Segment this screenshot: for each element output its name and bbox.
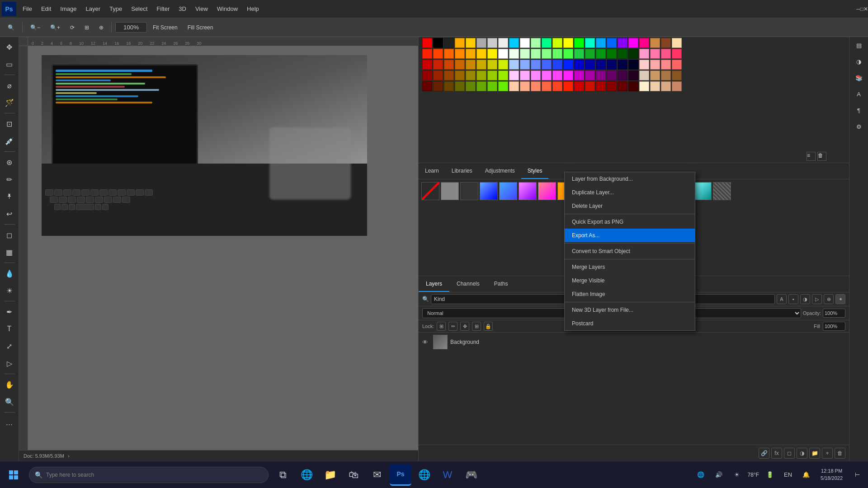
layer-new-btn[interactable]: + [822, 448, 833, 459]
swatch-b3[interactable] [444, 60, 454, 70]
taskbar-search[interactable]: 🔍 Type here to search [29, 467, 269, 483]
swatch-r12[interactable] [542, 49, 552, 59]
swatch-black[interactable] [433, 38, 443, 48]
swatch-b1[interactable] [422, 60, 432, 70]
swatch-p22[interactable] [650, 70, 660, 80]
swatch-b12[interactable] [542, 60, 552, 70]
ctx-flatten[interactable]: Flatten Image [565, 287, 695, 301]
menu-select[interactable]: Select [127, 0, 152, 18]
ctx-duplicate-layer[interactable]: Duplicate Layer... [565, 186, 695, 199]
eyedropper-tool[interactable]: 💉 [1, 133, 18, 149]
swatch-mint[interactable] [542, 38, 552, 48]
swatch-b9[interactable] [509, 60, 519, 70]
rs-para-icon[interactable]: ¶ [852, 103, 866, 117]
spot-healing-tool[interactable]: ⊛ [1, 154, 18, 170]
swatch-r14[interactable] [563, 49, 573, 59]
lock-draw-btn[interactable]: ✏ [448, 322, 458, 331]
swatch-r6[interactable] [476, 49, 486, 59]
swatch-b22[interactable] [650, 60, 660, 70]
swatch-b15[interactable] [574, 60, 584, 70]
fill-input[interactable] [823, 322, 845, 331]
swatch-purple[interactable] [618, 38, 627, 48]
swatch-b2[interactable] [433, 60, 443, 70]
swatch-lime[interactable] [552, 38, 562, 48]
zoom-tool-left[interactable]: 🔍 [1, 394, 18, 410]
layers-tab-paths[interactable]: Paths [487, 276, 515, 292]
swatch-p15[interactable] [574, 70, 584, 80]
swatch-brown[interactable] [661, 38, 671, 48]
swatch-p2[interactable] [433, 70, 443, 80]
photoshop-btn[interactable]: Ps [390, 464, 411, 486]
layers-smart-filter-icon[interactable]: ⊕ [824, 294, 834, 304]
swatch-r10[interactable] [520, 49, 530, 59]
canvas-viewport[interactable] [28, 46, 418, 461]
table-row[interactable]: 👁 Background [419, 333, 849, 352]
swatch-b20[interactable] [628, 60, 638, 70]
swatch-d10[interactable] [520, 81, 530, 91]
rotate-view-btn[interactable]: ⟳ [66, 22, 79, 33]
swatch-p19[interactable] [618, 70, 627, 80]
swatch-b16[interactable] [585, 60, 595, 70]
swatch-r8[interactable] [498, 49, 508, 59]
menu-3d[interactable]: 3D [174, 0, 191, 18]
store-btn[interactable]: 🛍 [343, 464, 364, 486]
swatch-d14[interactable] [563, 81, 573, 91]
status-arrow[interactable]: › [68, 453, 70, 459]
swatch-d8[interactable] [498, 81, 508, 91]
style-item-blue[interactable] [480, 182, 498, 200]
fill-screen-btn[interactable]: Fill Screen [184, 22, 217, 33]
swatch-p7[interactable] [487, 70, 497, 80]
swatch-b18[interactable] [607, 60, 617, 70]
show-desktop-btn[interactable]: ⊢ [850, 468, 864, 482]
swatch-p13[interactable] [552, 70, 562, 80]
layer-delete-btn[interactable]: 🗑 [835, 448, 845, 459]
lang-icon[interactable]: EN [781, 468, 795, 482]
swatch-p20[interactable] [628, 70, 638, 80]
lock-pixels-btn[interactable]: ⊞ [437, 322, 446, 331]
swatch-delete-icon[interactable]: 🗑 [817, 152, 826, 161]
zoom-out-btn[interactable]: 🔍− [26, 22, 44, 33]
swatch-blue[interactable] [607, 38, 617, 48]
swatch-p21[interactable] [639, 70, 649, 80]
menu-file[interactable]: File [18, 0, 37, 18]
swatch-p11[interactable] [531, 70, 541, 80]
swatch-r21[interactable] [639, 49, 649, 59]
swatch-d24[interactable] [672, 81, 682, 91]
close-button[interactable]: ✕ [863, 6, 868, 12]
swatch-b17[interactable] [596, 60, 606, 70]
swatch-r22[interactable] [650, 49, 660, 59]
shape-tool[interactable]: ▷ [1, 355, 18, 371]
rectangular-marquee-tool[interactable]: ▭ [1, 56, 18, 72]
swatch-b21[interactable] [639, 60, 649, 70]
swatch-p17[interactable] [596, 70, 606, 80]
swatch-r17[interactable] [596, 49, 606, 59]
swatch-d1[interactable] [422, 81, 432, 91]
zoom-level-input[interactable] [115, 22, 147, 33]
swatch-b6[interactable] [476, 60, 486, 70]
swatch-p3[interactable] [444, 70, 454, 80]
swatch-p9[interactable] [509, 70, 519, 80]
swatch-d6[interactable] [476, 81, 486, 91]
swatch-d9[interactable] [509, 81, 519, 91]
swatch-p4[interactable] [455, 70, 465, 80]
swatch-d4[interactable] [455, 81, 465, 91]
learn-tab[interactable]: Learn [419, 163, 445, 179]
lock-art-btn[interactable]: ⊞ [472, 322, 481, 331]
swatch-d17[interactable] [596, 81, 606, 91]
swatch-d15[interactable] [574, 81, 584, 91]
style-item-gray[interactable] [441, 182, 459, 200]
layer-group-btn[interactable]: 📁 [809, 448, 820, 459]
battery-icon[interactable]: 🔋 [763, 468, 777, 482]
menu-image[interactable]: Image [56, 0, 81, 18]
swatch-b14[interactable] [563, 60, 573, 70]
swatch-p14[interactable] [563, 70, 573, 80]
swatch-b19[interactable] [618, 60, 627, 70]
path-select-tool[interactable]: ⤢ [1, 338, 18, 354]
ctx-delete-layer[interactable]: Delete Layer [565, 199, 695, 213]
maximize-button[interactable]: □ [860, 6, 863, 12]
style-item-cyan[interactable] [693, 182, 712, 200]
swatch-pink[interactable] [628, 38, 638, 48]
more-tools[interactable]: … [1, 415, 18, 431]
swatch-r15[interactable] [574, 49, 584, 59]
ctx-merge-visible[interactable]: Merge Visible [565, 274, 695, 287]
